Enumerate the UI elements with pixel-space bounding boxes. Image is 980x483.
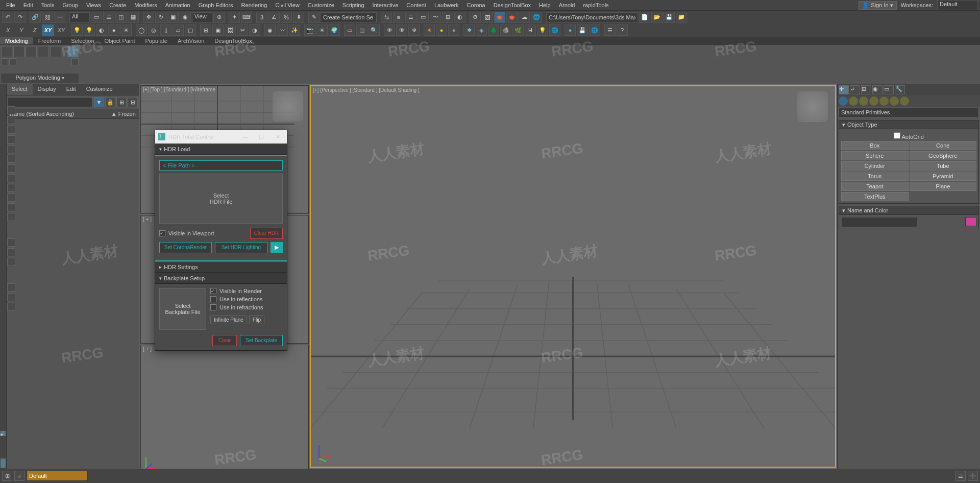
filter-shapes-icon[interactable]	[7, 116, 15, 124]
ribbon-btn-1[interactable]	[1, 46, 12, 57]
menu-modifiers[interactable]: Modifiers	[130, 1, 161, 9]
new-scene-button[interactable]: 📄	[639, 12, 650, 23]
helpers-subtab-icon[interactable]	[879, 96, 889, 106]
select-move-button[interactable]: ✥	[143, 12, 154, 23]
utilities-tab-icon[interactable]: 🔧	[895, 85, 905, 94]
safe-frame-icon[interactable]: ▣	[212, 25, 224, 36]
filter-spacewarps-icon[interactable]	[7, 155, 15, 163]
angle-snap-button[interactable]: ∠	[268, 12, 280, 23]
autogrid-checkbox[interactable]	[894, 132, 900, 139]
axis-z-button[interactable]: Z	[29, 25, 41, 36]
ref-coord-dropdown[interactable]: View	[192, 12, 212, 22]
undo-button[interactable]: ↶	[2, 12, 13, 23]
env-icon[interactable]: 🌍	[329, 25, 340, 36]
dtb-save-icon[interactable]: 💾	[577, 25, 588, 36]
redo-button[interactable]: ↷	[14, 12, 26, 23]
light-icon[interactable]: 💡	[71, 25, 83, 36]
flip-button[interactable]: Flip	[249, 316, 264, 324]
object-name-input[interactable]	[841, 217, 918, 227]
render-iterative-button[interactable]: 🫖	[506, 12, 518, 23]
expand-icon[interactable]: ⊞	[116, 97, 127, 107]
workspaces-dropdown[interactable]: Default	[937, 0, 978, 10]
use-refractions-checkbox[interactable]	[210, 304, 216, 310]
prompt-icon[interactable]: ≡	[14, 471, 24, 481]
sphere-icon[interactable]: ◯	[136, 25, 147, 36]
menu-arnold[interactable]: Arnold	[555, 1, 579, 9]
filter-bones-icon[interactable]	[7, 184, 15, 192]
ribbon-btn-4[interactable]	[38, 46, 49, 57]
collapse-icon[interactable]: ⊟	[128, 97, 138, 107]
menu-customize[interactable]: Customize	[304, 1, 338, 9]
unhide-icon[interactable]: 👁	[396, 25, 407, 36]
curve-editor-button[interactable]: 〜	[430, 12, 441, 23]
sync-icon[interactable]	[7, 293, 15, 301]
project-button[interactable]: 📁	[676, 12, 687, 23]
hdr-file-path-field[interactable]: < File Path >	[159, 160, 283, 171]
menu-graph-editors[interactable]: Graph Editors	[194, 1, 237, 9]
backplate-section-head[interactable]: Backplate Setup	[155, 273, 287, 284]
motion-tab-icon[interactable]: ◉	[872, 85, 883, 94]
set-backplate-button[interactable]: Set Backplate	[240, 335, 283, 346]
hdr-settings-section-head[interactable]: HDR Settings	[155, 261, 287, 273]
render-online-button[interactable]: 🌐	[531, 12, 542, 23]
hdr-load-section-head[interactable]: HDR Load	[155, 143, 287, 155]
torus-button[interactable]: Torus	[841, 172, 909, 181]
pin-icon[interactable]	[7, 303, 15, 311]
plane-icon[interactable]: ▱	[173, 25, 184, 36]
sort-icon[interactable]	[7, 283, 15, 292]
select-rotate-button[interactable]: ↻	[155, 12, 166, 23]
menu-rendering[interactable]: Rendering	[237, 1, 272, 9]
window-crossing-button[interactable]: ▦	[128, 12, 139, 23]
tube-button[interactable]: Tube	[910, 161, 977, 171]
name-column-header[interactable]: Name (Sorted Ascending)	[10, 111, 111, 117]
spinner-snap-button[interactable]: ⬍	[293, 12, 304, 23]
ribbon-btn-5[interactable]	[50, 46, 61, 57]
cone-button[interactable]: Cone	[910, 141, 977, 150]
layer-explorer-button[interactable]: ☰	[405, 12, 416, 23]
ao-icon[interactable]: ●	[108, 25, 119, 36]
geometry-subtab-icon[interactable]	[839, 96, 848, 106]
proxy-icon[interactable]: ◈	[476, 25, 487, 36]
tree-icon[interactable]: 🌲	[488, 25, 499, 36]
viewport-front-label[interactable]: [ + ]	[143, 216, 152, 222]
menu-tools[interactable]: Tools	[37, 1, 59, 9]
hierarchy-tab-icon[interactable]: ⊞	[861, 85, 871, 94]
menu-help[interactable]: Help	[535, 1, 555, 9]
ribbon-tab-selection[interactable]: Selection	[66, 37, 99, 44]
ribbon-tab-object-paint[interactable]: Object Paint	[100, 37, 140, 44]
link-button[interactable]: 🔗	[30, 12, 41, 23]
use-pivot-center-button[interactable]: ⊕	[213, 12, 225, 23]
select-backplate-button[interactable]: Select Backplate File	[159, 288, 206, 330]
layer-dropdown[interactable]	[27, 471, 88, 481]
cylinder-icon[interactable]: ▯	[160, 25, 172, 36]
ies-icon[interactable]: 💡	[537, 25, 548, 36]
display-invert-icon[interactable]	[7, 258, 15, 266]
freeze-icon[interactable]: ❄	[408, 25, 420, 36]
scene-tree[interactable]	[7, 119, 139, 469]
ribbon-btn-3[interactable]	[26, 46, 37, 57]
render-crop-icon[interactable]: ◫	[356, 25, 368, 36]
select-manipulate-button[interactable]: ✦	[229, 12, 240, 23]
visible-viewport-checkbox[interactable]	[159, 230, 165, 236]
scatter-icon[interactable]: ✱	[463, 25, 475, 36]
select-scale-button[interactable]: ▣	[167, 12, 179, 23]
display-tab-icon[interactable]: ▭	[884, 85, 894, 94]
open-scene-button[interactable]: 📂	[651, 12, 663, 23]
render-region-icon[interactable]: ▭	[344, 25, 355, 36]
unlink-button[interactable]: ⛓	[42, 12, 53, 23]
filter-icon[interactable]: ▼	[94, 97, 104, 107]
grass-icon[interactable]: 🌿	[512, 25, 524, 36]
axis-xy-button[interactable]: XY	[42, 25, 54, 36]
object-color-swatch[interactable]	[965, 217, 976, 226]
axis-x-button[interactable]: X	[2, 25, 14, 36]
filter-lights-icon[interactable]	[7, 126, 15, 134]
systems-subtab-icon[interactable]	[900, 96, 909, 106]
menu-content[interactable]: Content	[402, 1, 430, 9]
clear-backplate-button[interactable]: Clear	[212, 335, 237, 346]
menu-group[interactable]: Group	[58, 1, 82, 9]
scene-search-input[interactable]	[8, 97, 93, 107]
menu-create[interactable]: Create	[105, 1, 130, 9]
viewport-bg-icon[interactable]: 🖼	[225, 25, 236, 36]
primitive-category-dropdown[interactable]: Standard Primitives	[839, 108, 979, 118]
render-cloud-button[interactable]: ☁	[519, 12, 530, 23]
